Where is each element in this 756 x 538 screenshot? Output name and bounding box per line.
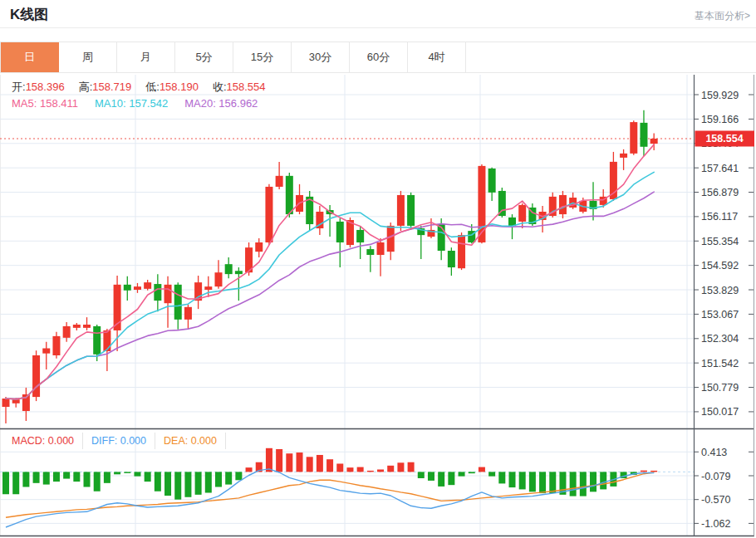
dea-line <box>6 472 654 517</box>
macd-lines-layer <box>6 469 654 527</box>
tab-period-3[interactable]: 5分 <box>175 42 233 72</box>
ma-info-row: MA5: 158.411MA10: 157.542MA20: 156.962 <box>12 97 274 110</box>
tab-period-7[interactable]: 4时 <box>408 42 466 72</box>
fundamental-analysis-link[interactable]: 基本面分析> <box>695 9 750 23</box>
svg-text:156.879: 156.879 <box>701 187 739 198</box>
ohlc-label-1: 高: <box>79 81 93 93</box>
svg-text:156.117: 156.117 <box>701 211 738 223</box>
ma-value-0: MA5: 158.411 <box>12 97 78 110</box>
diff-line <box>6 469 654 527</box>
tab-period-1[interactable]: 周 <box>59 42 117 72</box>
price-tag-value: 158.554 <box>705 133 743 144</box>
ma-value-1: MA10: 157.542 <box>95 97 168 110</box>
macd-legend-cell-2: DEA: 0.000 <box>155 433 226 449</box>
svg-text:-0.079: -0.079 <box>701 471 730 482</box>
tab-period-6[interactable]: 60分 <box>350 42 408 72</box>
ohlc-value-1: 158.719 <box>92 81 131 93</box>
tab-period-4[interactable]: 15分 <box>233 42 292 72</box>
tab-period-5[interactable]: 30分 <box>292 42 350 72</box>
svg-text:157.641: 157.641 <box>701 163 739 174</box>
macd-legend-cell-1: DIFF: 0.000 <box>83 433 155 449</box>
ohlc-label-3: 收: <box>213 81 227 93</box>
macd-legend-row: MACD: 0.000DIFF: 0.000DEA: 0.000 <box>0 431 226 450</box>
kline-page: { "header": { "title": "K线图", "link_labe… <box>0 0 756 538</box>
tab-period-0[interactable]: 日 <box>1 42 59 72</box>
ohlc-value-2: 158.190 <box>160 81 199 93</box>
ohlc-label-0: 开: <box>12 81 26 93</box>
svg-text:153.067: 153.067 <box>701 309 739 320</box>
svg-text:153.829: 153.829 <box>701 285 739 296</box>
ohlc-value-3: 158.554 <box>227 81 266 93</box>
header: K线图 基本面分析> <box>0 0 756 28</box>
page-title: K线图 <box>10 5 48 24</box>
svg-text:150.017: 150.017 <box>701 406 739 418</box>
svg-text:155.354: 155.354 <box>701 236 739 247</box>
period-tab-bar: 日周月5分15分30分60分4时 <box>0 42 756 73</box>
svg-text:159.929: 159.929 <box>701 90 739 101</box>
price-tag: 158.554 <box>695 130 755 146</box>
ma5-line <box>6 144 654 399</box>
axis-labels-layer: 159.929159.166158.404157.641156.879156.1… <box>694 90 754 530</box>
main-gridlines <box>0 95 694 412</box>
vertical-gridlines <box>1 75 688 536</box>
svg-text:0.413: 0.413 <box>701 447 727 458</box>
ma-value-2: MA20: 156.962 <box>184 97 258 110</box>
ohlc-label-2: 低: <box>145 81 160 93</box>
svg-text:151.542: 151.542 <box>701 358 739 369</box>
svg-text:154.592: 154.592 <box>701 260 739 271</box>
macd-gridlines <box>0 452 694 523</box>
svg-text:152.304: 152.304 <box>701 333 739 345</box>
svg-text:150.779: 150.779 <box>701 382 739 394</box>
candles-layer <box>2 110 658 423</box>
svg-text:-0.570: -0.570 <box>701 494 730 506</box>
tab-period-2[interactable]: 月 <box>117 42 175 72</box>
ma-lines-layer <box>6 144 654 399</box>
ohlc-value-0: 158.396 <box>26 81 65 93</box>
svg-text:159.166: 159.166 <box>701 114 739 125</box>
macd-legend-cell-0: MACD: 0.000 <box>0 433 83 449</box>
ohlc-info-row: 开:158.396高:158.719低:158.190收:158.554 <box>12 80 280 95</box>
svg-text:-1.062: -1.062 <box>701 518 730 530</box>
